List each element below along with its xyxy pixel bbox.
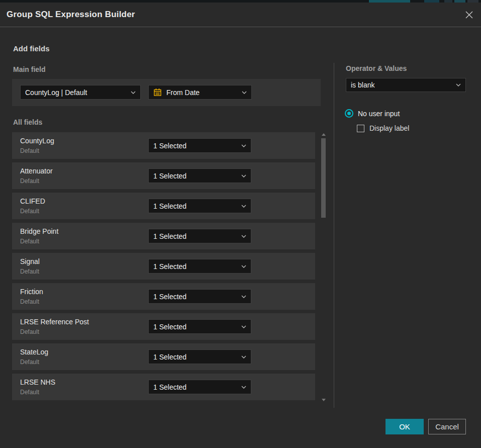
field-name: LRSE NHS [20,378,55,386]
group-sql-expression-builder-dialog: Group SQL Expression Builder Add fields … [0,3,481,448]
calendar-icon [153,88,162,97]
field-selection-select[interactable]: 1 Selected [148,168,251,183]
field-name: CLIFED [20,197,45,205]
panel-divider [334,63,334,408]
chevron-down-icon [241,174,246,177]
field-subtitle: Default [20,328,39,335]
no-user-input-label: No user input [358,110,400,118]
scroll-down-arrow-icon[interactable] [322,399,326,401]
field-selection-select[interactable]: 1 Selected [148,199,251,213]
field-row: CLIFED Default 1 Selected [12,193,315,219]
operator-values-label: Operator & Values [346,64,407,72]
ok-button[interactable]: OK [386,419,424,434]
field-subtitle: Default [20,389,39,396]
field-row: Friction Default 1 Selected [12,283,315,310]
chevron-down-icon [241,386,246,389]
field-name: StateLog [20,348,48,356]
field-selection-value: 1 Selected [153,293,238,301]
field-row: StateLog Default 1 Selected [12,343,315,370]
main-field-panel: CountyLog | Default From Date [12,79,321,106]
field-row: LRSE NHS Default 1 Selected [12,374,315,400]
layer-select[interactable]: CountyLog | Default [20,85,141,100]
field-selection-select[interactable]: 1 Selected [148,349,251,364]
checkbox-unchecked-icon [357,125,364,132]
display-label-checkbox[interactable]: Display label [357,124,409,132]
layer-select-value: CountyLog | Default [25,88,128,97]
field-selection-value: 1 Selected [153,262,238,271]
operator-select[interactable]: is blank [346,78,466,92]
cancel-button[interactable]: Cancel [428,419,466,434]
field-name: Signal [20,257,40,265]
field-selection-value: 1 Selected [153,353,238,361]
field-selection-value: 1 Selected [153,142,238,150]
chevron-down-icon [131,91,136,94]
dialog-title: Group SQL Expression Builder [7,10,135,20]
field-subtitle: Default [20,359,39,366]
chevron-down-icon [242,91,247,94]
chevron-down-icon [241,355,246,359]
chevron-down-icon [241,144,246,147]
field-row: Signal Default 1 Selected [12,253,315,280]
close-icon [465,11,473,19]
scroll-up-arrow-icon[interactable] [322,133,326,136]
chevron-down-icon [241,205,246,208]
field-name: CountyLog [20,137,54,145]
chevron-down-icon [456,83,461,86]
chevron-down-icon [241,265,246,268]
add-fields-heading: Add fields [13,44,50,53]
field-selection-select[interactable]: 1 Selected [148,289,251,304]
field-selection-value: 1 Selected [153,383,238,391]
field-selection-select[interactable]: 1 Selected [148,380,251,394]
scrollbar[interactable] [320,131,328,403]
field-selection-select[interactable]: 1 Selected [148,319,251,334]
field-name: LRSE Reference Post [20,318,89,326]
field-subtitle: Default [20,208,39,215]
no-user-input-radio[interactable]: No user input [345,109,400,118]
field-selection-value: 1 Selected [153,323,238,331]
field-subtitle: Default [20,147,39,154]
chevron-down-icon [241,295,246,298]
scrollbar-thumb[interactable] [321,138,326,218]
field-row: LRSE Reference Post Default 1 Selected [12,313,315,340]
field-subtitle: Default [20,238,39,245]
field-subtitle: Default [20,177,39,185]
field-subtitle: Default [20,298,39,305]
main-field-label: Main field [13,65,46,73]
all-fields-label: All fields [13,118,42,126]
field-row: CountyLog Default 1 Selected [12,132,315,159]
all-fields-list: CountyLog Default 1 Selected Attenuator … [12,132,315,404]
radio-selected-icon [345,109,353,118]
dialog-titlebar: Group SQL Expression Builder [0,3,481,27]
field-name: Attenuator [20,167,53,175]
chevron-down-icon [241,235,246,238]
field-name: Friction [20,288,43,296]
close-button[interactable] [463,9,474,20]
field-selection-select[interactable]: 1 Selected [148,229,251,243]
field-name: Bridge Point [20,227,58,235]
field-selection-value: 1 Selected [153,172,238,180]
field-selection-select[interactable]: 1 Selected [148,138,251,153]
field-selection-value: 1 Selected [153,202,238,210]
operator-select-value: is blank [351,81,453,89]
field-row: Attenuator Default 1 Selected [12,162,315,189]
field-selection-value: 1 Selected [153,232,238,240]
field-row: Bridge Point Default 1 Selected [12,223,315,249]
chevron-down-icon [241,325,246,328]
field-subtitle: Default [20,268,39,275]
field-selection-select[interactable]: 1 Selected [148,259,251,274]
field-select-value: From Date [166,88,239,97]
display-label-text: Display label [369,124,409,132]
field-select[interactable]: From Date [148,85,252,100]
